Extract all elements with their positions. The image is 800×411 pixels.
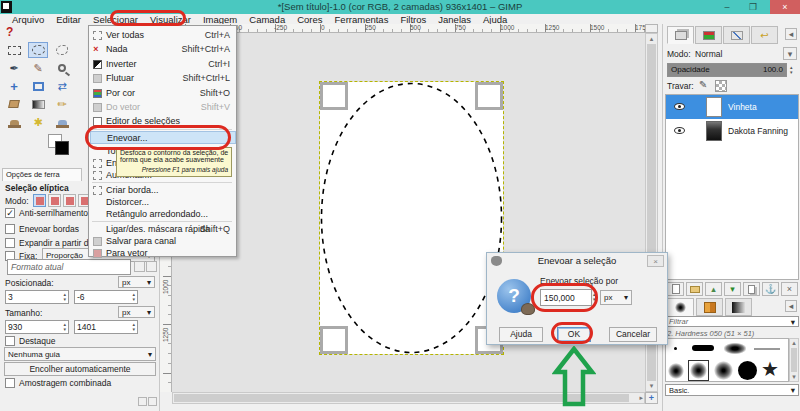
scroll-down-arrow[interactable]: ▾ <box>790 373 798 381</box>
rectangle-select-tool[interactable] <box>4 42 24 58</box>
navigation-cross-button[interactable]: + <box>645 392 658 404</box>
menu-item-inverter[interactable]: InverterCtrl+I <box>90 58 236 71</box>
spinner-arrows[interactable]: ▴▾ <box>132 292 135 302</box>
restore-button[interactable]: ❐ <box>742 0 764 14</box>
smudge-tool[interactable]: ✱ <box>28 114 48 130</box>
layer-name[interactable]: Vinheta <box>728 102 757 112</box>
size-height-spinner[interactable]: 1401 ▴▾ <box>74 320 138 334</box>
foreground-color-swatch[interactable] <box>55 141 69 155</box>
raise-layer-button[interactable]: ▴ <box>705 282 722 296</box>
expand-checkbox[interactable] <box>5 238 15 248</box>
antialias-checkbox[interactable]: ✓ <box>5 208 15 218</box>
dialog-close-button[interactable]: × <box>647 255 664 267</box>
position-unit-dropdown[interactable]: px ▾ <box>118 276 155 288</box>
tab-layers[interactable] <box>667 26 694 44</box>
position-x-spinner[interactable]: 3 ▴▾ <box>5 290 69 304</box>
menu-item-ver-todas[interactable]: Ver todasCtrl+A <box>90 29 236 42</box>
size-unit-dropdown[interactable]: px ▾ <box>118 306 155 318</box>
anchor-layer-button[interactable]: ⚓ <box>762 282 779 296</box>
portrait-orientation-button[interactable] <box>134 261 145 272</box>
paintbrush-tool[interactable]: ✎ <box>28 60 48 76</box>
feather-amount-input[interactable]: 150,000 <box>540 289 592 306</box>
menu-arquivo[interactable]: Arquivo <box>6 14 50 25</box>
ellipse-select-tool[interactable] <box>28 42 48 58</box>
unit-dropdown[interactable]: px ▾ <box>600 290 632 305</box>
menu-item-flutuar[interactable]: FlutuarShift+Ctrl+L <box>90 72 236 85</box>
close-button[interactable]: × <box>770 0 800 14</box>
move-tool[interactable]: + <box>4 78 24 94</box>
title-bar[interactable]: *[Sem título]-1.0 (cor RGB, 2 camadas) 9… <box>0 0 800 14</box>
mode-replace-button[interactable] <box>33 194 46 207</box>
image-layer[interactable] <box>320 82 503 354</box>
brush-grid-scrollbar[interactable]: ▴ ▾ <box>789 338 799 382</box>
zoom-tool[interactable] <box>52 60 72 76</box>
paths-tool[interactable]: ✒ <box>4 60 24 76</box>
help-button[interactable]: Ajuda <box>499 327 543 342</box>
delete-layer-button[interactable]: × <box>781 282 798 296</box>
menu-selecionar[interactable]: Selecionar <box>87 14 144 25</box>
layer-name[interactable]: Dakota Fanning <box>728 126 788 136</box>
panel-footer-button[interactable] <box>138 397 147 406</box>
scroll-down-arrow[interactable]: ▾ <box>646 382 657 390</box>
brush-item-star[interactable]: ★ <box>761 358 779 380</box>
layer-mode-value[interactable]: Normal <box>695 49 722 59</box>
brush-item-soft-medium[interactable] <box>714 361 733 380</box>
new-layer-button[interactable] <box>667 282 684 296</box>
brushes-dock-menu-button[interactable]: ◂ <box>785 300 797 312</box>
brush-item-hardness-050-selected[interactable] <box>688 360 709 381</box>
layer-mode-dropdown-button[interactable]: ▾ <box>783 47 797 60</box>
tab-paths[interactable] <box>723 26 750 44</box>
opacity-slider[interactable]: Opacidade 100.0 <box>667 63 787 77</box>
menu-item-enevoar[interactable]: Enevoar... <box>90 131 236 144</box>
new-group-button[interactable] <box>686 282 703 296</box>
lock-alpha-icon[interactable] <box>715 80 727 92</box>
clone-tool[interactable] <box>4 114 24 130</box>
tab-undo-history[interactable]: ↩ <box>751 26 778 44</box>
free-select-tool[interactable] <box>52 42 72 58</box>
brush-scroll-thumb[interactable] <box>791 348 797 372</box>
spinner-arrows[interactable]: ▴▾ <box>593 292 596 302</box>
brush-filter-input[interactable]: Filtrar ▾ <box>665 316 799 327</box>
brush-item-soft-ellipse[interactable] <box>724 343 746 354</box>
brush-item-hard-circle[interactable] <box>738 361 757 380</box>
sample-merged-checkbox[interactable] <box>5 378 15 388</box>
position-y-spinner[interactable]: -6 ▴▾ <box>74 290 138 304</box>
selection-handle-top-right[interactable] <box>475 82 503 110</box>
tab-patterns[interactable] <box>696 298 723 316</box>
highlight-checkbox[interactable] <box>5 336 15 346</box>
ruler-corner-button[interactable] <box>645 24 658 33</box>
menu-item-do-vetor[interactable]: Do vetorShift+V <box>90 101 236 114</box>
visibility-eye-icon[interactable] <box>674 127 685 134</box>
brush-tag-dropdown[interactable]: Basic. ▾ <box>665 384 799 396</box>
menu-item-editor-de-selecoes[interactable]: Editor de seleções <box>90 115 236 128</box>
horizontal-ruler[interactable]: -500 -250 0 250 500 750 1000 1250 1500 1… <box>172 24 645 33</box>
lower-layer-button[interactable]: ▾ <box>724 282 741 296</box>
feather-checkbox[interactable] <box>5 224 15 234</box>
tab-brushes[interactable] <box>667 298 694 316</box>
tool-icon-unknown[interactable]: ? <box>6 25 20 39</box>
menu-editar[interactable]: Editar <box>50 14 87 25</box>
menu-item-retangulo-arredondado[interactable]: Retângulo arredondado... <box>90 208 236 221</box>
flip-tool[interactable]: ⇄ <box>52 78 72 94</box>
spinner-arrows[interactable]: ▴▾ <box>63 292 66 302</box>
layer-row-dakota-fanning[interactable]: Dakota Fanning <box>666 119 798 143</box>
menu-item-para-vetor[interactable]: Para vetor <box>90 247 236 260</box>
scroll-up-arrow[interactable]: ▴ <box>646 35 657 43</box>
tool-options-tab[interactable]: Opções de ferra <box>2 168 82 181</box>
scale-tool[interactable] <box>28 78 48 94</box>
duplicate-layer-button[interactable] <box>743 282 760 296</box>
perspective-clone-tool[interactable] <box>52 114 72 130</box>
brush-item-bar[interactable] <box>692 345 714 351</box>
tab-channels[interactable] <box>695 26 722 44</box>
menu-item-por-cor[interactable]: Por corShift+O <box>90 87 236 100</box>
brush-item-line[interactable] <box>754 348 780 350</box>
spinner-arrows[interactable]: ▴▾ <box>132 322 135 332</box>
selection-handle-top-left[interactable] <box>320 82 348 110</box>
brush-item-dot[interactable] <box>674 347 677 350</box>
spinner-arrows[interactable]: ▴▾ <box>63 322 66 332</box>
auto-shrink-button[interactable]: Encolher automaticamente <box>4 362 156 376</box>
minimize-button[interactable]: – <box>716 0 738 14</box>
cancel-button[interactable]: Cancelar <box>609 327 657 342</box>
size-width-spinner[interactable]: 930 ▴▾ <box>5 320 69 334</box>
bucket-fill-tool[interactable] <box>4 96 24 112</box>
